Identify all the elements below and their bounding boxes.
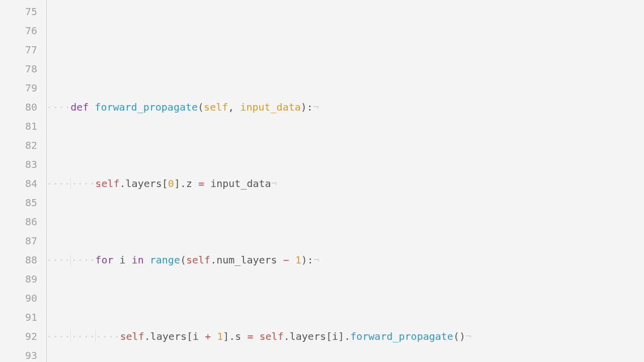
code-editor[interactable]: 75 76 77 78 79 80 81 82 83 84 85 86 87 8… bbox=[0, 0, 644, 362]
line-number: 91 bbox=[0, 308, 37, 327]
line-number: 81 bbox=[0, 117, 37, 136]
code-line[interactable]: ········self.layers[0].z = input_data¬ bbox=[46, 174, 489, 193]
code-line[interactable]: ····def forward_propagate(self, input_da… bbox=[46, 98, 489, 117]
line-number: 84 bbox=[0, 174, 37, 193]
line-number: 93 bbox=[0, 346, 37, 362]
line-number: 92 bbox=[0, 327, 37, 346]
line-number: 88 bbox=[0, 250, 37, 269]
line-number: 80 bbox=[0, 98, 37, 117]
line-number: 85 bbox=[0, 193, 37, 212]
line-number: 76 bbox=[0, 21, 37, 40]
line-number: 78 bbox=[0, 59, 37, 78]
line-number-gutter: 75 76 77 78 79 80 81 82 83 84 85 86 87 8… bbox=[0, 0, 46, 362]
line-number: 82 bbox=[0, 136, 37, 155]
line-number: 83 bbox=[0, 155, 37, 174]
line-number: 90 bbox=[0, 289, 37, 308]
code-area[interactable]: ····def forward_propagate(self, input_da… bbox=[46, 0, 489, 362]
line-number: 87 bbox=[0, 231, 37, 250]
line-number: 77 bbox=[0, 40, 37, 59]
code-line[interactable]: ········for i in range(self.num_layers −… bbox=[46, 250, 489, 269]
line-number: 79 bbox=[0, 78, 37, 98]
line-number: 75 bbox=[0, 2, 37, 21]
line-number: 89 bbox=[0, 269, 37, 289]
line-number: 86 bbox=[0, 212, 37, 231]
code-line[interactable]: ············self.layers[i + 1].s = self.… bbox=[46, 327, 489, 346]
